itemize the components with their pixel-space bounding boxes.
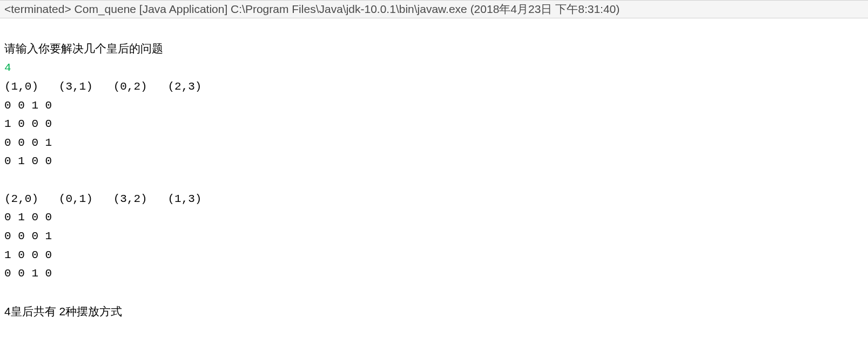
board-row: 0 0 1 0 [4,99,52,112]
board-row: 0 0 0 1 [4,230,52,242]
user-input: 4 [4,62,11,74]
board-row: 0 1 0 0 [4,155,52,167]
prompt-text: 请输入你要解决几个皇后的问题 [4,42,163,55]
board-row: 0 0 0 1 [4,137,52,149]
solution-coords: (1,0) (3,1) (0,2) (2,3) [4,80,201,93]
solution-coords: (2,0) (0,1) (3,2) (1,3) [4,193,201,205]
board-row: 1 0 0 0 [4,118,52,130]
console-output[interactable]: 请输入你要解决几个皇后的问题 4 (1,0) (3,1) (0,2) (2,3)… [0,18,868,324]
board-row: 0 1 0 0 [4,211,52,224]
board-row: 0 0 1 0 [4,267,52,280]
console-header: <terminated> Com_quene [Java Application… [0,0,868,18]
board-row: 1 0 0 0 [4,249,52,261]
summary-text: 4皇后共有 2种摆放方式 [4,305,122,317]
